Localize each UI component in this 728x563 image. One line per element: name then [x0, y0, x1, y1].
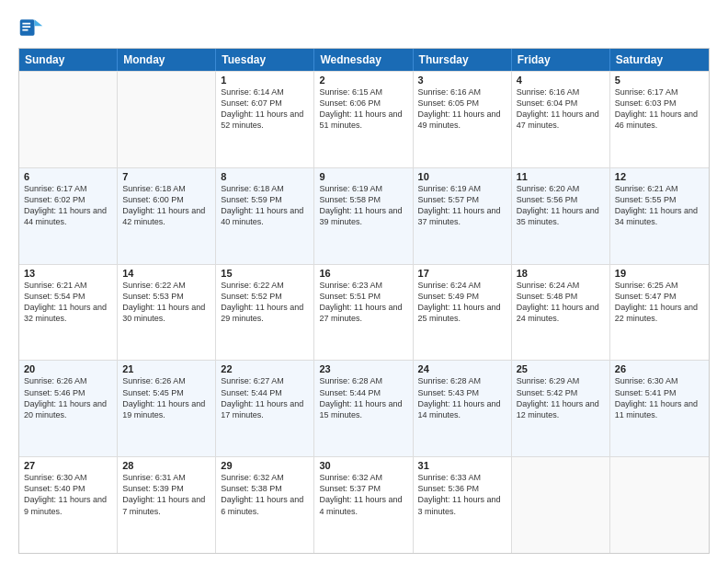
day-details: Sunrise: 6:24 AM Sunset: 5:49 PM Dayligh…	[418, 280, 506, 325]
logo-icon	[18, 15, 44, 40]
header-cell-thursday: Thursday	[414, 49, 512, 71]
svg-marker-1	[35, 19, 43, 26]
calendar-row-4: 20Sunrise: 6:26 AM Sunset: 5:46 PM Dayli…	[19, 360, 709, 456]
day-details: Sunrise: 6:25 AM Sunset: 5:47 PM Dayligh…	[615, 280, 704, 325]
day-details: Sunrise: 6:14 AM Sunset: 6:07 PM Dayligh…	[221, 86, 309, 132]
empty-cell	[512, 457, 610, 553]
day-cell-9: 9Sunrise: 6:19 AM Sunset: 5:58 PM Daylig…	[314, 168, 413, 264]
header-cell-wednesday: Wednesday	[314, 49, 413, 71]
day-cell-20: 20Sunrise: 6:26 AM Sunset: 5:46 PM Dayli…	[19, 361, 118, 456]
header-cell-friday: Friday	[512, 49, 610, 71]
day-cell-11: 11Sunrise: 6:20 AM Sunset: 5:56 PM Dayli…	[512, 168, 610, 264]
day-details: Sunrise: 6:19 AM Sunset: 5:58 PM Dayligh…	[319, 183, 407, 228]
day-cell-7: 7Sunrise: 6:18 AM Sunset: 6:00 PM Daylig…	[118, 168, 216, 264]
day-number: 14	[122, 268, 210, 279]
day-details: Sunrise: 6:15 AM Sunset: 6:06 PM Dayligh…	[319, 86, 407, 132]
day-cell-23: 23Sunrise: 6:28 AM Sunset: 5:44 PM Dayli…	[314, 361, 413, 456]
day-number: 5	[615, 75, 704, 86]
header-cell-tuesday: Tuesday	[216, 49, 314, 71]
day-number: 3	[418, 75, 506, 86]
day-details: Sunrise: 6:20 AM Sunset: 5:56 PM Dayligh…	[517, 183, 605, 228]
day-details: Sunrise: 6:23 AM Sunset: 5:51 PM Dayligh…	[319, 280, 407, 325]
day-cell-25: 25Sunrise: 6:29 AM Sunset: 5:42 PM Dayli…	[512, 361, 610, 456]
day-cell-26: 26Sunrise: 6:30 AM Sunset: 5:41 PM Dayli…	[610, 361, 709, 456]
day-cell-4: 4Sunrise: 6:16 AM Sunset: 6:04 PM Daylig…	[512, 72, 610, 167]
calendar-row-3: 13Sunrise: 6:21 AM Sunset: 5:54 PM Dayli…	[19, 264, 709, 361]
day-number: 22	[221, 363, 309, 374]
day-details: Sunrise: 6:16 AM Sunset: 6:04 PM Dayligh…	[517, 86, 605, 132]
day-number: 2	[319, 75, 407, 86]
calendar-row-1: 1Sunrise: 6:14 AM Sunset: 6:07 PM Daylig…	[19, 71, 709, 167]
day-details: Sunrise: 6:28 AM Sunset: 5:43 PM Dayligh…	[418, 375, 506, 420]
day-cell-19: 19Sunrise: 6:25 AM Sunset: 5:47 PM Dayli…	[610, 265, 709, 361]
day-number: 20	[24, 363, 112, 374]
day-details: Sunrise: 6:26 AM Sunset: 5:46 PM Dayligh…	[24, 375, 112, 420]
day-details: Sunrise: 6:19 AM Sunset: 5:57 PM Dayligh…	[418, 183, 506, 228]
calendar: SundayMondayTuesdayWednesdayThursdayFrid…	[18, 48, 710, 554]
day-number: 29	[221, 460, 309, 471]
day-details: Sunrise: 6:22 AM Sunset: 5:53 PM Dayligh…	[122, 280, 210, 325]
day-cell-6: 6Sunrise: 6:17 AM Sunset: 6:02 PM Daylig…	[19, 168, 118, 264]
day-details: Sunrise: 6:21 AM Sunset: 5:55 PM Dayligh…	[615, 183, 704, 228]
header-cell-sunday: Sunday	[19, 49, 118, 71]
empty-cell	[610, 457, 709, 553]
day-cell-13: 13Sunrise: 6:21 AM Sunset: 5:54 PM Dayli…	[19, 265, 118, 361]
day-number: 17	[418, 268, 506, 279]
calendar-body: 1Sunrise: 6:14 AM Sunset: 6:07 PM Daylig…	[19, 71, 709, 553]
day-details: Sunrise: 6:29 AM Sunset: 5:42 PM Dayligh…	[517, 375, 605, 420]
day-cell-27: 27Sunrise: 6:30 AM Sunset: 5:40 PM Dayli…	[19, 457, 118, 553]
day-number: 19	[615, 268, 704, 279]
day-number: 8	[221, 171, 309, 182]
day-number: 30	[319, 460, 407, 471]
day-details: Sunrise: 6:28 AM Sunset: 5:44 PM Dayligh…	[319, 375, 407, 420]
day-number: 1	[221, 75, 309, 86]
day-number: 7	[122, 171, 210, 182]
calendar-header: SundayMondayTuesdayWednesdayThursdayFrid…	[19, 49, 709, 71]
day-details: Sunrise: 6:16 AM Sunset: 6:05 PM Dayligh…	[418, 86, 506, 132]
logo	[18, 15, 48, 40]
svg-rect-2	[22, 23, 30, 25]
empty-cell	[19, 72, 118, 167]
svg-rect-4	[22, 29, 28, 31]
day-cell-24: 24Sunrise: 6:28 AM Sunset: 5:43 PM Dayli…	[414, 361, 512, 456]
day-number: 21	[122, 363, 210, 374]
day-number: 9	[319, 171, 407, 182]
day-number: 28	[122, 460, 210, 471]
day-number: 25	[517, 363, 605, 374]
day-number: 27	[24, 460, 112, 471]
day-cell-2: 2Sunrise: 6:15 AM Sunset: 6:06 PM Daylig…	[314, 72, 413, 167]
day-cell-30: 30Sunrise: 6:32 AM Sunset: 5:37 PM Dayli…	[314, 457, 413, 553]
day-number: 18	[517, 268, 605, 279]
day-number: 31	[418, 460, 506, 471]
header-cell-monday: Monday	[118, 49, 216, 71]
day-details: Sunrise: 6:17 AM Sunset: 6:02 PM Dayligh…	[24, 183, 112, 228]
day-details: Sunrise: 6:32 AM Sunset: 5:38 PM Dayligh…	[221, 472, 309, 517]
day-cell-21: 21Sunrise: 6:26 AM Sunset: 5:45 PM Dayli…	[118, 361, 216, 456]
header	[18, 15, 710, 40]
day-cell-17: 17Sunrise: 6:24 AM Sunset: 5:49 PM Dayli…	[414, 265, 512, 361]
day-cell-3: 3Sunrise: 6:16 AM Sunset: 6:05 PM Daylig…	[414, 72, 512, 167]
day-cell-18: 18Sunrise: 6:24 AM Sunset: 5:48 PM Dayli…	[512, 265, 610, 361]
day-number: 16	[319, 268, 407, 279]
empty-cell	[118, 72, 216, 167]
day-cell-15: 15Sunrise: 6:22 AM Sunset: 5:52 PM Dayli…	[216, 265, 314, 361]
day-cell-31: 31Sunrise: 6:33 AM Sunset: 5:36 PM Dayli…	[414, 457, 512, 553]
day-number: 10	[418, 171, 506, 182]
calendar-page: SundayMondayTuesdayWednesdayThursdayFrid…	[0, 0, 728, 563]
day-cell-16: 16Sunrise: 6:23 AM Sunset: 5:51 PM Dayli…	[314, 265, 413, 361]
header-cell-saturday: Saturday	[610, 49, 709, 71]
day-details: Sunrise: 6:24 AM Sunset: 5:48 PM Dayligh…	[517, 280, 605, 325]
day-details: Sunrise: 6:18 AM Sunset: 5:59 PM Dayligh…	[221, 183, 309, 228]
day-details: Sunrise: 6:26 AM Sunset: 5:45 PM Dayligh…	[122, 375, 210, 420]
day-cell-10: 10Sunrise: 6:19 AM Sunset: 5:57 PM Dayli…	[414, 168, 512, 264]
day-number: 13	[24, 268, 112, 279]
day-details: Sunrise: 6:30 AM Sunset: 5:41 PM Dayligh…	[615, 375, 704, 420]
day-number: 12	[615, 171, 704, 182]
day-details: Sunrise: 6:33 AM Sunset: 5:36 PM Dayligh…	[418, 472, 506, 517]
day-number: 6	[24, 171, 112, 182]
day-number: 4	[517, 75, 605, 86]
day-details: Sunrise: 6:17 AM Sunset: 6:03 PM Dayligh…	[615, 86, 704, 132]
day-details: Sunrise: 6:32 AM Sunset: 5:37 PM Dayligh…	[319, 472, 407, 517]
day-cell-28: 28Sunrise: 6:31 AM Sunset: 5:39 PM Dayli…	[118, 457, 216, 553]
day-number: 24	[418, 363, 506, 374]
